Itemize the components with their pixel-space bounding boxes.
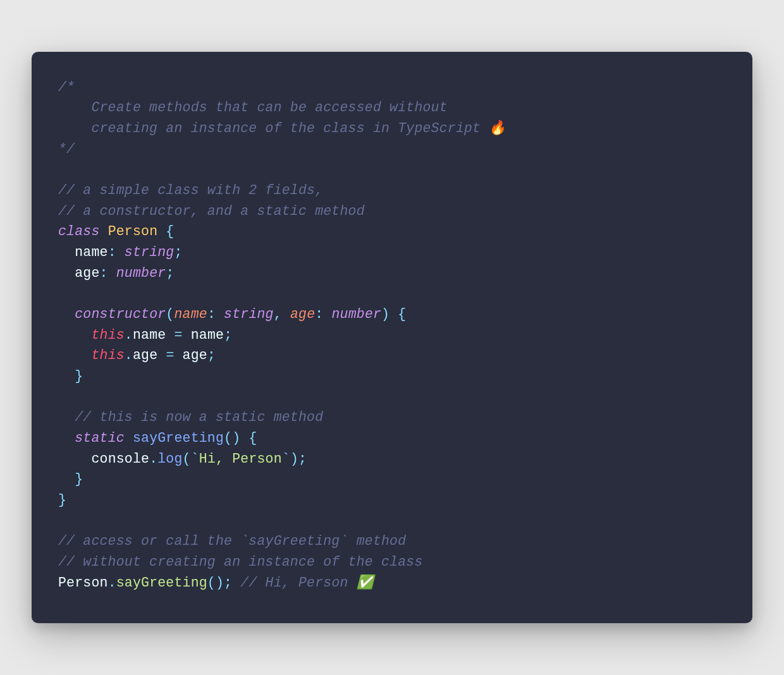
- paren: (: [183, 451, 191, 466]
- class-ref: Person: [58, 575, 108, 590]
- line-comment: // this is now a static method: [75, 410, 323, 425]
- keyword-this: this: [91, 327, 124, 343]
- keyword-constructor: constructor: [75, 307, 166, 322]
- paren: ): [216, 575, 224, 590]
- block-comment-line1: Create methods that can be accessed with…: [58, 100, 448, 115]
- dot: .: [125, 348, 133, 363]
- string: Hi, Person: [199, 451, 282, 466]
- class-name: Person: [108, 224, 158, 239]
- type: number: [331, 307, 381, 322]
- equals: =: [166, 348, 174, 363]
- semicolon: ;: [207, 348, 216, 363]
- type: string: [125, 245, 175, 260]
- colon: :: [100, 265, 108, 281]
- paren: (: [224, 430, 232, 446]
- paren: (: [207, 575, 216, 590]
- line-comment: // a constructor, and a static method: [58, 204, 365, 219]
- semicolon: ;: [174, 245, 182, 260]
- brace: }: [75, 471, 83, 487]
- code-card: /* Create methods that can be accessed w…: [32, 52, 752, 624]
- param: name: [174, 307, 207, 322]
- field-name: age: [75, 265, 99, 281]
- code-block: /* Create methods that can be accessed w…: [58, 77, 726, 593]
- dot: .: [125, 327, 133, 343]
- line-comment: // Hi, Person ✅: [240, 575, 374, 590]
- property: age: [133, 348, 157, 363]
- block-comment-close: */: [58, 142, 75, 157]
- variable: age: [183, 348, 207, 363]
- dot: .: [108, 575, 116, 590]
- semicolon: ;: [224, 575, 232, 590]
- paren: (: [166, 307, 174, 322]
- type: number: [116, 265, 166, 281]
- equals: =: [174, 327, 182, 343]
- line-comment: // access or call the `sayGreeting` meth…: [58, 533, 406, 549]
- colon: :: [108, 245, 116, 260]
- colon: :: [207, 307, 216, 322]
- type: string: [224, 307, 274, 322]
- object: console: [91, 451, 149, 466]
- brace: {: [166, 224, 174, 239]
- block-comment-line2: creating an instance of the class in Typ…: [58, 121, 506, 136]
- dot: .: [149, 451, 157, 466]
- field-name: name: [75, 245, 107, 260]
- method-call: log: [157, 451, 182, 466]
- brace: {: [248, 430, 257, 446]
- keyword-this: this: [91, 348, 124, 363]
- comma: ,: [274, 307, 282, 322]
- backtick: `: [282, 451, 290, 466]
- brace: }: [58, 492, 66, 508]
- brace: }: [75, 368, 83, 384]
- semicolon: ;: [166, 265, 174, 281]
- method-name: sayGreeting: [133, 430, 224, 446]
- property: name: [133, 327, 166, 343]
- keyword-static: static: [75, 430, 125, 446]
- line-comment: // without creating an instance of the c…: [58, 554, 423, 569]
- semicolon: ;: [224, 327, 232, 343]
- brace: {: [398, 307, 406, 322]
- param: age: [290, 307, 315, 322]
- paren: ): [232, 430, 240, 446]
- line-comment: // a simple class with 2 fields,: [58, 183, 323, 198]
- block-comment-open: /*: [58, 80, 75, 95]
- method-call: sayGreeting: [116, 575, 207, 590]
- keyword-class: class: [58, 224, 100, 239]
- paren: ): [290, 451, 298, 466]
- colon: :: [315, 307, 323, 322]
- backtick: `: [191, 451, 199, 466]
- variable: name: [191, 327, 224, 343]
- paren: ): [381, 307, 389, 322]
- semicolon: ;: [298, 451, 307, 466]
